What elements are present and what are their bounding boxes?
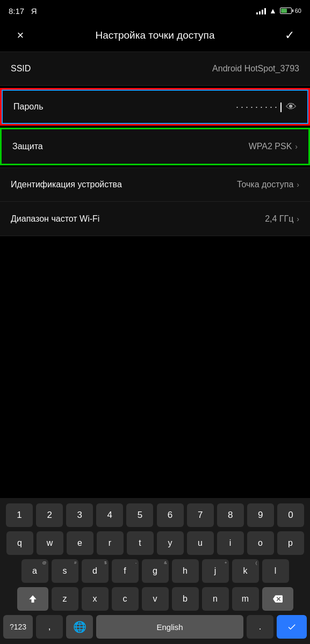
key-q[interactable]: q: [6, 531, 33, 555]
device-id-row[interactable]: Идентификация устройства Точка доступа ›: [0, 167, 310, 202]
keyboard-number-row: 1 2 3 4 5 6 7 8 9 0: [0, 498, 310, 529]
key-b[interactable]: b: [172, 587, 199, 611]
password-label: Пароль: [13, 102, 44, 112]
security-label: Защита: [12, 142, 43, 151]
key-y[interactable]: y: [157, 531, 184, 555]
key-1[interactable]: 1: [6, 503, 33, 527]
shift-key[interactable]: [17, 587, 48, 611]
password-field: ········· 👁: [236, 101, 297, 113]
password-value: ·········: [236, 101, 282, 113]
key-8[interactable]: 8: [217, 503, 244, 527]
key-5[interactable]: 5: [126, 503, 153, 527]
wifi-band-chevron-icon: ›: [297, 215, 299, 223]
wifi-band-value: 2,4 ГГц ›: [265, 214, 299, 224]
key-f[interactable]: f-: [112, 559, 139, 583]
key-v[interactable]: v: [142, 587, 169, 611]
confirm-button[interactable]: ✓: [280, 28, 299, 42]
backspace-key[interactable]: [262, 587, 293, 611]
key-u[interactable]: u: [187, 531, 214, 555]
status-bar: 8:17 Я ▲ 60: [0, 0, 310, 19]
key-p[interactable]: p: [277, 531, 304, 555]
key-9[interactable]: 9: [247, 503, 274, 527]
battery-indicator: [280, 8, 292, 14]
device-id-chevron-icon: ›: [297, 180, 299, 189]
key-g[interactable]: g&: [142, 559, 169, 583]
ssid-row[interactable]: SSID Android HotSpot_3793: [0, 52, 310, 86]
keyboard: 1 2 3 4 5 6 7 8 9 0 q w e r t y u i o p …: [0, 498, 310, 644]
key-n[interactable]: n: [202, 587, 229, 611]
comma-key[interactable]: ,: [36, 615, 63, 639]
wifi-band-label: Диапазон частот Wi-Fi: [11, 214, 99, 224]
close-button[interactable]: ×: [11, 28, 30, 42]
key-6[interactable]: 6: [157, 503, 184, 527]
password-row[interactable]: Пароль ········· 👁: [2, 90, 308, 124]
text-cursor: [280, 103, 282, 112]
key-e[interactable]: e: [67, 531, 93, 555]
device-id-label: Идентификация устройства: [11, 180, 122, 189]
ssid-label: SSID: [11, 64, 31, 74]
status-carrier: Я: [31, 6, 37, 16]
key-3[interactable]: 3: [66, 503, 93, 527]
period-key[interactable]: .: [247, 615, 273, 639]
key-a[interactable]: a@: [21, 559, 48, 583]
key-2[interactable]: 2: [36, 503, 63, 527]
battery-level: 60: [295, 8, 301, 14]
key-h[interactable]: h: [172, 559, 199, 583]
key-7[interactable]: 7: [187, 503, 214, 527]
keyboard-bottom-row: ?123 , 🌐 English .: [0, 613, 310, 644]
password-row-highlight: Пароль ········· 👁: [0, 88, 310, 126]
key-w[interactable]: w: [37, 531, 63, 555]
key-4[interactable]: 4: [96, 503, 123, 527]
globe-icon[interactable]: 🌐: [66, 615, 93, 639]
status-time: 8:17: [9, 6, 24, 16]
key-i[interactable]: i: [217, 531, 244, 555]
key-l[interactable]: l: [262, 559, 289, 583]
wifi-icon: ▲: [269, 6, 277, 15]
keyboard-row-zxcv: z x c v b n m: [0, 585, 310, 613]
security-row-highlight: Защита WPA2 PSK ›: [0, 128, 310, 165]
status-time-carrier: 8:17 Я: [9, 6, 37, 16]
key-s[interactable]: s#: [52, 559, 78, 583]
key-j[interactable]: j+: [202, 559, 229, 583]
key-0[interactable]: 0: [277, 503, 304, 527]
security-value: WPA2 PSK ›: [249, 142, 298, 151]
key-m[interactable]: m: [232, 587, 259, 611]
keyboard-row-qwerty: q w e r t y u i o p: [0, 529, 310, 557]
key-d[interactable]: d$: [82, 559, 109, 583]
security-row[interactable]: Защита WPA2 PSK ›: [2, 129, 308, 164]
symbols-key[interactable]: ?123: [3, 615, 33, 639]
key-c[interactable]: c: [112, 587, 139, 611]
status-right: ▲ 60: [256, 6, 301, 15]
page-title: Настройка точки доступа: [30, 30, 280, 41]
toggle-password-icon[interactable]: 👁: [286, 101, 297, 113]
key-x[interactable]: x: [82, 587, 109, 611]
app-header: × Настройка точки доступа ✓: [0, 19, 310, 52]
key-r[interactable]: r: [97, 531, 124, 555]
device-id-value: Точка доступа ›: [237, 180, 299, 189]
space-key-label: English: [156, 623, 183, 632]
security-chevron-icon: ›: [295, 142, 298, 151]
enter-key[interactable]: [277, 615, 307, 639]
signal-icon: [256, 7, 266, 14]
key-t[interactable]: t: [127, 531, 154, 555]
key-k[interactable]: k(: [232, 559, 259, 583]
keyboard-row-asdf: a@ s# d$ f- g& h j+ k( l: [0, 557, 310, 585]
key-z[interactable]: z: [52, 587, 78, 611]
wifi-band-row[interactable]: Диапазон частот Wi-Fi 2,4 ГГц ›: [0, 202, 310, 236]
settings-list: SSID Android HotSpot_3793 Пароль ·······…: [0, 52, 310, 236]
ssid-value: Android HotSpot_3793: [212, 64, 299, 74]
key-o[interactable]: o: [247, 531, 274, 555]
space-key[interactable]: English: [96, 615, 243, 639]
